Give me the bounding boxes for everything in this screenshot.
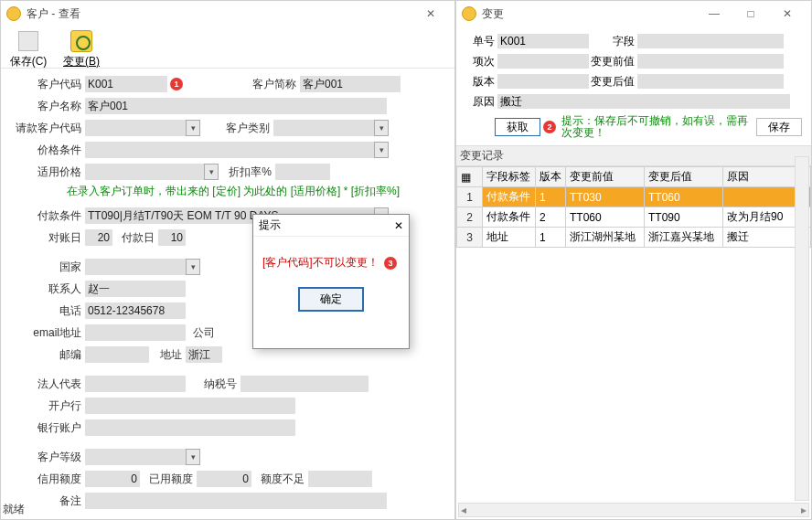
label-before: 变更前值	[589, 54, 635, 69]
label-addr: 地址	[149, 347, 186, 363]
applyprice-combo[interactable]: ▾	[85, 164, 219, 180]
change-table: ▦ 字段标签 版本 变更前值 变更后值 原因 1付款条件1TT030TT060 …	[456, 166, 811, 248]
table-row[interactable]: 2付款条件2TT060TT090改为月结90	[457, 207, 811, 228]
save-icon	[18, 31, 38, 51]
col-after[interactable]: 变更后值	[645, 167, 723, 187]
discount-input[interactable]	[275, 164, 330, 180]
close-icon[interactable]: ✕	[769, 2, 806, 26]
label-class: 客户类别	[200, 121, 273, 136]
label-pricecond: 价格条件	[1, 143, 85, 158]
reason-input[interactable]	[497, 94, 790, 109]
reqcode-combo[interactable]: ▾	[85, 120, 200, 136]
table-row[interactable]: 3地址1浙江湖州某地浙江嘉兴某地搬迁	[457, 228, 811, 248]
after-input[interactable]	[637, 74, 784, 89]
save-button[interactable]: 保存(C)	[8, 28, 48, 69]
col-before[interactable]: 变更前值	[566, 167, 645, 187]
dialog-message: [客户代码]不可以变更！	[262, 256, 379, 269]
maximize-icon[interactable]: □	[732, 2, 769, 26]
dialog-title: 提示	[259, 218, 281, 233]
bankacc-input[interactable]	[85, 419, 295, 436]
remark-input[interactable]	[85, 493, 387, 509]
item-input[interactable]	[497, 54, 589, 69]
chevron-down-icon: ▾	[186, 259, 200, 275]
label-email: email地址	[1, 325, 85, 341]
country-combo[interactable]: ▾	[85, 259, 200, 275]
label-used: 已用额度	[140, 472, 197, 487]
left-title: 客户 - 查看	[27, 6, 412, 22]
shortage-input[interactable]	[308, 471, 372, 487]
no-input[interactable]	[497, 34, 589, 48]
label-legal: 法人代表	[1, 377, 85, 392]
price-hint: 在录入客户订单时，带出来的 [定价] 为此处的 [适用价格] * [折扣率%]	[1, 184, 440, 198]
level-combo[interactable]: ▾	[85, 449, 200, 465]
right-titlebar: 变更 — □ ✕	[456, 1, 811, 27]
badge-2: 2	[543, 121, 556, 133]
email-input[interactable]	[85, 324, 186, 341]
pricecond-combo[interactable]: ▾	[85, 142, 389, 158]
credit-input[interactable]	[85, 471, 140, 487]
before-input[interactable]	[637, 54, 784, 69]
recday-input[interactable]	[85, 229, 112, 246]
vertical-scrollbar[interactable]	[795, 156, 809, 501]
col-selector[interactable]: ▦	[457, 167, 483, 187]
zip-input[interactable]	[85, 346, 149, 363]
chevron-down-icon: ▾	[186, 120, 200, 136]
label-bankacc: 银行账户	[1, 420, 85, 436]
short-input[interactable]	[300, 76, 401, 92]
phone-input[interactable]	[85, 302, 186, 319]
close-icon[interactable]: ✕	[394, 219, 403, 232]
right-title: 变更	[482, 6, 696, 22]
label-paycond: 付款条件	[1, 208, 85, 224]
minimize-icon[interactable]: —	[696, 2, 732, 26]
contact-input[interactable]	[85, 281, 186, 297]
payday-input[interactable]	[158, 229, 186, 246]
label-name: 客户名称	[1, 99, 85, 114]
col-field[interactable]: 字段标签	[483, 167, 536, 187]
label-field: 字段	[589, 34, 635, 49]
label-country: 国家	[1, 260, 85, 275]
change-form: 单号 字段 项次 变更前值 版本 变更后值 原因 获取 2 提示：保存后不可撤销…	[456, 27, 811, 145]
app-icon	[6, 6, 21, 21]
col-ver[interactable]: 版本	[536, 167, 566, 187]
app-icon	[462, 6, 476, 21]
label-short: 客户简称	[183, 77, 300, 92]
records-header: 变更记录	[456, 145, 811, 166]
table-header: ▦ 字段标签 版本 变更前值 变更后值 原因	[457, 167, 811, 187]
label-phone: 电话	[1, 303, 85, 319]
chevron-down-icon: ▾	[374, 120, 389, 136]
field-input[interactable]	[637, 34, 784, 48]
close-icon[interactable]: ✕	[412, 2, 449, 26]
label-discount: 折扣率%	[219, 164, 275, 180]
label-item: 项次	[465, 54, 495, 69]
ok-button[interactable]: 确定	[298, 287, 364, 312]
save-change-button[interactable]: 保存	[756, 118, 802, 136]
ver-input[interactable]	[497, 74, 589, 89]
alert-dialog: 提示 ✕ [客户代码]不可以变更！ 3 确定	[252, 214, 410, 349]
label-short2: 额度不足	[251, 472, 308, 487]
horizontal-scrollbar[interactable]: ◂▸	[458, 503, 809, 517]
table-row[interactable]: 1付款条件1TT030TT060	[457, 187, 811, 207]
chevron-down-icon: ▾	[374, 142, 389, 158]
used-input[interactable]	[197, 471, 251, 487]
change-button[interactable]: 变更(B)	[61, 28, 102, 69]
code-input[interactable]	[85, 76, 167, 92]
addr-input[interactable]	[186, 346, 222, 363]
left-toolbar: 保存(C) 变更(B)	[1, 27, 454, 69]
badge-3: 3	[384, 257, 397, 270]
label-reqcode: 请款客户代码	[1, 121, 85, 136]
class-combo[interactable]: ▾	[273, 120, 389, 136]
bank-input[interactable]	[85, 398, 295, 414]
label-bank: 开户行	[1, 398, 85, 414]
legal-input[interactable]	[85, 376, 186, 392]
label-ver: 版本	[465, 74, 495, 90]
label-contact: 联系人	[1, 281, 85, 297]
chevron-down-icon: ▾	[186, 449, 200, 465]
label-taxno: 纳税号	[186, 377, 240, 392]
badge-1: 1	[170, 78, 183, 90]
taxno-input[interactable]	[240, 376, 369, 392]
label-after: 变更后值	[589, 74, 635, 90]
chevron-down-icon: ▾	[204, 164, 219, 180]
get-button[interactable]: 获取	[495, 118, 540, 136]
label-company: 公司	[186, 325, 219, 341]
name-input[interactable]	[85, 98, 387, 114]
